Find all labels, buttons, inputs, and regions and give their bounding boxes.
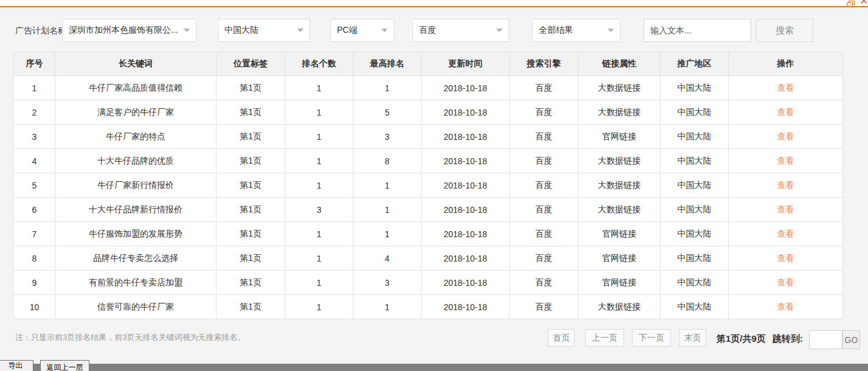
- cell-link-type: 官网链接: [578, 271, 661, 295]
- ad-plan-select[interactable]: 深圳市加州本色服饰有限公...: [62, 19, 196, 42]
- cell-position-tag: 第1页: [217, 271, 285, 295]
- keyword-search-input[interactable]: [644, 19, 751, 42]
- view-link[interactable]: 查看: [777, 107, 794, 117]
- cell-region: 中国大陆: [661, 271, 729, 295]
- cell-position-tag: 第1页: [217, 173, 285, 198]
- search-engine-select[interactable]: 百度: [412, 19, 509, 42]
- view-link[interactable]: 查看: [777, 204, 794, 214]
- cell-rank-count: 1: [285, 149, 353, 173]
- cell-index: 9: [14, 271, 55, 295]
- region-select-value: 中国大陆: [224, 25, 259, 36]
- cell-index: 1: [14, 76, 55, 100]
- close-icon[interactable]: ✕: [859, 0, 868, 7]
- table-row: 2满足客户的牛仔厂家第1页152018-10-18百度大数据链接中国大陆查看: [14, 100, 843, 125]
- cell-keyword: 牛仔厂家的特点: [55, 125, 217, 149]
- cell-search-engine: 百度: [510, 198, 578, 222]
- cell-update-time: 2018-10-18: [422, 149, 510, 173]
- cell-search-engine: 百度: [510, 271, 578, 295]
- table-row: 8品牌牛仔专卖怎么选择第1页142018-10-18百度官网链接中国大陆查看: [14, 246, 843, 271]
- device-select[interactable]: PC端: [330, 19, 394, 42]
- column-header: 操作: [729, 52, 843, 76]
- cell-keyword: 有前景的牛仔专卖店加盟: [55, 271, 217, 295]
- cell-keyword: 品牌牛仔专卖怎么选择: [55, 246, 217, 271]
- cell-link-type: 官网链接: [578, 222, 661, 246]
- back-button[interactable]: 返回上一层: [40, 360, 89, 371]
- table-row: 10信誉可靠的牛仔厂家第1页112018-10-18百度大数据链接中国大陆查看: [14, 295, 843, 319]
- view-link[interactable]: 查看: [777, 277, 794, 287]
- prev-page-button[interactable]: 上一页: [585, 329, 624, 347]
- cell-index: 4: [14, 149, 55, 173]
- column-header: 序号: [14, 52, 55, 76]
- view-link[interactable]: 查看: [777, 131, 794, 141]
- search-button[interactable]: 搜索: [756, 19, 813, 42]
- region-select[interactable]: 中国大陆: [218, 19, 310, 42]
- view-link[interactable]: 查看: [777, 156, 794, 165]
- cell-region: 中国大陆: [661, 246, 729, 271]
- app-window: ✕ 广告计划名称: 深圳市加州本色服饰有限公... 中国大陆 PC端 百度 全部…: [0, 0, 868, 371]
- cell-rank-count: 1: [285, 222, 353, 246]
- table-header: 序号长关键词位置标签排名个数最高排名更新时间搜索引擎链接属性推广地区操作: [14, 52, 843, 76]
- cell-index: 3: [14, 125, 55, 149]
- ad-plan-label: 广告计划名称:: [15, 26, 69, 36]
- cell-best-rank: 3: [353, 271, 422, 295]
- cell-index: 7: [14, 222, 55, 246]
- cell-rank-count: 1: [285, 295, 353, 319]
- next-page-button[interactable]: 下一页: [632, 329, 671, 347]
- cell-search-engine: 百度: [510, 222, 578, 246]
- cell-action: 查看: [729, 125, 843, 149]
- chevron-down-icon: [381, 29, 387, 32]
- view-link[interactable]: 查看: [777, 229, 794, 238]
- cell-search-engine: 百度: [510, 149, 578, 173]
- first-page-button[interactable]: 首页: [548, 329, 575, 347]
- cell-search-engine: 百度: [510, 100, 578, 125]
- table-body: 1牛仔厂家高品质值得信赖第1页112018-10-18百度大数据链接中国大陆查看…: [14, 76, 843, 319]
- cell-update-time: 2018-10-18: [422, 198, 510, 222]
- view-link[interactable]: 查看: [777, 253, 794, 263]
- cell-position-tag: 第1页: [217, 100, 285, 125]
- cell-best-rank: 8: [353, 149, 422, 173]
- cell-best-rank: 3: [353, 125, 422, 149]
- cell-action: 查看: [729, 271, 843, 295]
- table-row: 9有前景的牛仔专卖店加盟第1页132018-10-18百度官网链接中国大陆查看: [14, 271, 843, 295]
- cell-action: 查看: [729, 222, 843, 246]
- cell-rank-count: 1: [285, 100, 353, 125]
- cell-keyword: 牛仔厂家高品质值得信赖: [55, 76, 217, 100]
- restore-window-icon[interactable]: [847, 1, 856, 7]
- jump-to-page-input[interactable]: [809, 330, 842, 349]
- column-header: 长关键词: [55, 52, 217, 76]
- cell-action: 查看: [729, 198, 843, 222]
- cell-position-tag: 第1页: [217, 125, 285, 149]
- column-header: 最高排名: [353, 52, 422, 76]
- cell-region: 中国大陆: [661, 173, 729, 198]
- cell-best-rank: 1: [353, 222, 422, 246]
- view-link[interactable]: 查看: [777, 83, 794, 92]
- result-filter-select[interactable]: 全部结果: [532, 19, 620, 42]
- cell-rank-count: 1: [285, 271, 353, 295]
- window-title-bar: [0, 0, 868, 7]
- table-row: 7牛仔服饰加盟的发展形势第1页112018-10-18百度官网链接中国大陆查看: [14, 222, 843, 246]
- cell-link-type: 大数据链接: [578, 149, 661, 173]
- page-info: 第1页/共9页: [717, 333, 766, 345]
- last-page-button[interactable]: 末页: [679, 329, 706, 347]
- cell-position-tag: 第1页: [217, 198, 285, 222]
- cell-best-rank: 1: [353, 295, 422, 319]
- view-link[interactable]: 查看: [777, 180, 794, 190]
- cell-search-engine: 百度: [510, 76, 578, 100]
- cell-index: 10: [14, 295, 55, 319]
- cell-keyword: 牛仔厂家新行情报价: [55, 173, 217, 198]
- table-row: 6十大牛仔品牌新行情报价第1页312018-10-18百度大数据链接中国大陆查看: [14, 198, 843, 222]
- cell-update-time: 2018-10-18: [422, 125, 510, 149]
- cell-index: 8: [14, 246, 55, 271]
- column-header: 位置标签: [217, 52, 285, 76]
- export-excel-button[interactable]: 导出Excel: [0, 360, 33, 371]
- result-note: 注：只显示前3页排名结果，前3页无排名关键词视为无搜索排名。: [15, 332, 245, 343]
- cell-rank-count: 1: [285, 173, 353, 198]
- cell-action: 查看: [729, 246, 843, 271]
- cell-search-engine: 百度: [510, 173, 578, 198]
- cell-index: 5: [14, 173, 55, 198]
- view-link[interactable]: 查看: [777, 302, 794, 311]
- chevron-down-icon: [184, 29, 190, 32]
- go-button[interactable]: GO: [842, 330, 860, 349]
- column-header: 排名个数: [285, 52, 353, 76]
- cell-region: 中国大陆: [661, 222, 729, 246]
